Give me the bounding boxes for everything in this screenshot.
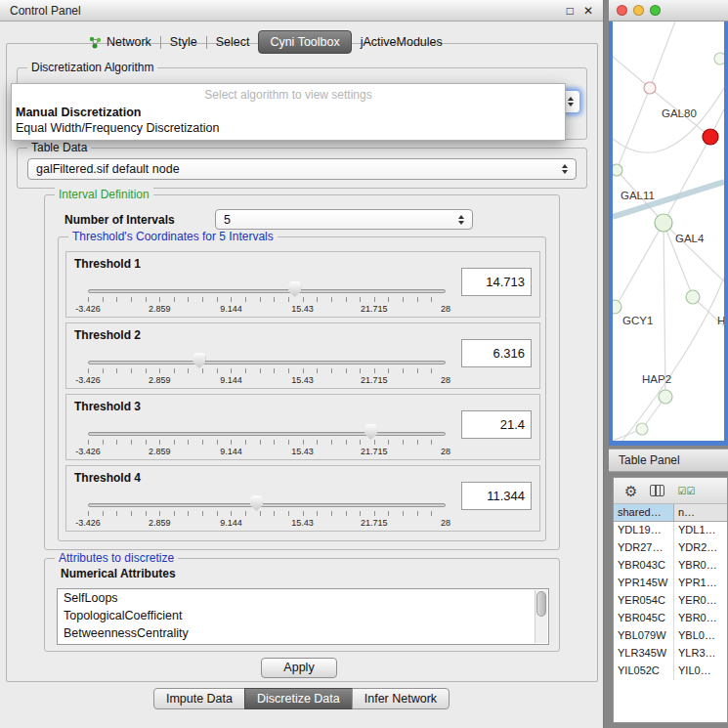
table-header-row: shared… n… <box>614 504 727 522</box>
threshold-value-field[interactable]: 6.316 <box>461 339 532 367</box>
apply-button[interactable]: Apply <box>261 658 337 678</box>
threshold-value-field[interactable]: 11.344 <box>461 482 532 510</box>
tab-jactivemodules[interactable]: jActiveModules <box>352 31 451 53</box>
table-row[interactable]: YPR145WYPR1… <box>614 575 727 592</box>
tab-network[interactable]: Network <box>80 31 160 53</box>
tab-discretize-data[interactable]: Discretize Data <box>244 688 353 709</box>
tick-label: 2.859 <box>149 304 171 314</box>
list-item[interactable]: TopologicalCoefficient <box>58 607 548 624</box>
column-header-name[interactable]: n… <box>674 504 727 521</box>
slider-track[interactable] <box>88 503 446 507</box>
red-node[interactable] <box>703 129 718 145</box>
cell[interactable]: YDL19… <box>614 522 674 539</box>
network-canvas[interactable]: GAL80 GAL11 GAL4 GCY1 HAP2 H <box>613 21 724 441</box>
stepper-icon[interactable] <box>562 164 568 174</box>
list-scrollbar[interactable] <box>535 590 547 643</box>
cell[interactable]: YLR345W <box>614 645 674 663</box>
list-item[interactable]: BetweennessCentrality <box>58 624 548 642</box>
table-body[interactable]: YDL19…YDL1… YDR27…YDR2… YBR043CYBR0… YPR… <box>614 522 727 722</box>
node-circle[interactable] <box>613 164 622 176</box>
node-circle[interactable] <box>644 82 656 94</box>
node-circle[interactable] <box>686 290 700 304</box>
list-item[interactable]: SelfLoops <box>58 589 548 607</box>
slider-ticks <box>88 440 446 445</box>
algorithm-option-manual[interactable]: Manual Discretization <box>12 105 565 120</box>
columns-icon[interactable] <box>650 485 664 496</box>
table-row[interactable]: YER054CYER0… <box>614 592 727 610</box>
slider-track[interactable] <box>88 361 446 364</box>
tab-style[interactable]: Style <box>161 31 206 53</box>
cell[interactable]: YDR27… <box>614 539 674 557</box>
gear-icon[interactable]: ⚙ <box>624 484 637 498</box>
tick-label: 15.43 <box>291 447 314 456</box>
table-row[interactable]: YBR045CYBR0… <box>614 610 727 627</box>
table-data-combobox[interactable]: galFiltered.sif default node <box>27 158 577 180</box>
slider-thumb-icon[interactable] <box>193 353 205 368</box>
attributes-list[interactable]: SelfLoops TopologicalCoefficient Between… <box>57 588 549 645</box>
threshold-panel-3: Threshold 3 21.4 -3.426 2.859 9.144 15.4… <box>65 394 540 460</box>
cell[interactable]: YBR045C <box>614 610 674 627</box>
threshold-label: Threshold 4 <box>74 471 141 485</box>
tick-label: 28 <box>441 304 450 314</box>
table-row[interactable]: YBR043CYBR0… <box>614 557 727 575</box>
column-header-shared-name[interactable]: shared… <box>614 504 674 521</box>
cell[interactable]: YBL079W <box>614 627 674 645</box>
cell[interactable]: YLR3… <box>674 645 727 663</box>
table-row[interactable]: YIL052CYIL0… <box>614 663 727 680</box>
algorithm-option-equal-width[interactable]: Equal Width/Frequency Discretization <box>12 120 565 136</box>
tick-label: 28 <box>441 375 450 385</box>
threshold-value-field[interactable]: 14.713 <box>461 268 532 296</box>
number-of-intervals-combobox[interactable]: 5 <box>215 209 473 230</box>
node-circle[interactable] <box>655 214 672 232</box>
threshold-value-field[interactable]: 21.4 <box>461 410 532 439</box>
table-row[interactable]: YDR27…YDR2… <box>614 539 727 557</box>
scrollbar-thumb[interactable] <box>536 591 546 617</box>
minimize-traffic-light[interactable] <box>633 5 644 16</box>
close-icon[interactable]: ✕ <box>583 4 593 18</box>
tick-label: -3.426 <box>75 375 101 385</box>
stepper-icon[interactable] <box>568 97 574 107</box>
tab-impute-data[interactable]: Impute Data <box>153 688 245 709</box>
cell[interactable]: YPR1… <box>674 575 727 592</box>
close-traffic-light[interactable] <box>617 5 627 16</box>
tab-select[interactable]: Select <box>207 31 259 53</box>
slider-thumb-icon[interactable] <box>288 281 301 297</box>
cell[interactable]: YBR043C <box>614 557 674 575</box>
tick-label: 2.859 <box>149 518 171 528</box>
slider-thumb-icon[interactable] <box>364 424 377 440</box>
threshold-slider[interactable]: -3.426 2.859 9.144 15.43 21.715 28 <box>88 493 446 531</box>
node-circle[interactable] <box>659 390 672 404</box>
zoom-traffic-light[interactable] <box>650 5 661 16</box>
node-circle[interactable] <box>636 423 648 435</box>
cell[interactable]: YBR0… <box>674 557 727 575</box>
node-label: GAL80 <box>662 107 697 119</box>
cell[interactable]: YPR145W <box>614 575 674 592</box>
tab-infer-network[interactable]: Infer Network <box>352 688 450 709</box>
cell[interactable]: YIL052C <box>614 663 674 680</box>
float-window-icon[interactable]: □ <box>567 4 574 18</box>
interval-definition-group: Interval Definition Number of Intervals … <box>44 194 560 550</box>
table-row[interactable]: YBL079WYBL0… <box>614 627 727 645</box>
slider-track[interactable] <box>88 289 446 293</box>
cell[interactable]: YER054C <box>614 592 674 610</box>
cell[interactable]: YER0… <box>674 592 727 610</box>
node-circle[interactable] <box>613 300 621 314</box>
table-row[interactable]: YLR345WYLR3… <box>614 645 727 663</box>
threshold-slider[interactable]: -3.426 2.859 9.144 15.43 21.715 28 <box>88 351 446 388</box>
table-row[interactable]: YDL19…YDL1… <box>614 522 727 539</box>
threshold-slider[interactable]: -3.426 2.859 9.144 15.43 21.715 28 <box>88 422 446 459</box>
stepper-icon[interactable] <box>458 215 464 225</box>
threshold-slider[interactable]: -3.426 2.859 9.144 15.43 21.715 28 <box>88 279 446 317</box>
slider-track[interactable] <box>88 432 446 436</box>
cell[interactable]: YDL1… <box>674 522 727 539</box>
cell[interactable]: YIL0… <box>674 663 727 680</box>
node-circle[interactable] <box>714 53 724 64</box>
cell[interactable]: YBR0… <box>674 610 727 627</box>
slider-thumb-icon[interactable] <box>250 495 263 511</box>
cell[interactable]: YBL0… <box>674 627 727 645</box>
cell[interactable]: YDR2… <box>674 539 727 557</box>
checkbox-grid-icon[interactable]: ☑☑ <box>677 486 695 496</box>
tick-label: 9.144 <box>220 447 242 456</box>
tab-cyni-toolbox[interactable]: Cyni Toolbox <box>258 30 351 54</box>
network-window-titlebar <box>609 0 728 21</box>
